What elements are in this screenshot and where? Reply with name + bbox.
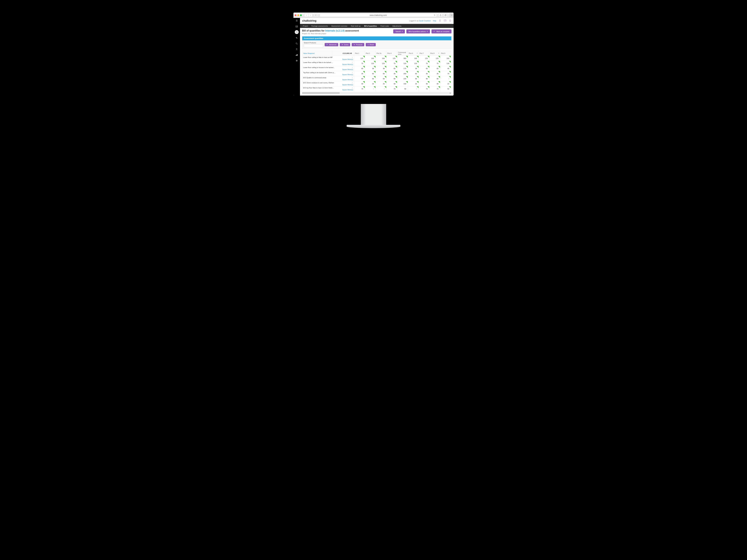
qty-cell[interactable]: 75 <box>419 86 429 91</box>
qty-cell[interactable]: 90 <box>354 76 365 81</box>
qty-cell[interactable]: 0 <box>451 86 452 91</box>
maximize-window-icon[interactable] <box>300 14 302 16</box>
assessment-link[interactable]: Internals (v.2.1.0) <box>325 29 345 32</box>
tab-rate-build-up[interactable]: Rate build up <box>349 24 362 28</box>
qty-cell[interactable]: 38 <box>376 66 386 71</box>
info-icon[interactable]: i <box>352 82 353 84</box>
url-bar[interactable]: www.chalkstring.com/ ↻ <box>320 14 437 17</box>
back-button[interactable]: ‹ <box>304 14 308 17</box>
qty-cell[interactable]: 40 <box>386 81 397 86</box>
takeoff-button[interactable]: Takeoff▼ <box>393 29 405 33</box>
qty-cell[interactable]: 56 <box>376 76 386 81</box>
forward-button[interactable]: › <box>308 14 313 17</box>
search-input[interactable] <box>304 44 323 48</box>
qty-cell[interactable]: 25 <box>365 81 376 86</box>
info-icon[interactable]: i <box>352 56 353 58</box>
qty-cell[interactable]: 0 <box>376 86 386 91</box>
qty-cell[interactable]: 90 <box>386 76 397 81</box>
col-plot-7[interactable]: Plot 7 <box>419 51 429 56</box>
qty-cell[interactable]: 0 <box>440 76 451 81</box>
col-plot-8[interactable]: Plot 8▾ <box>429 51 440 56</box>
user-icon[interactable] <box>295 48 299 51</box>
info-icon[interactable]: i <box>352 77 353 79</box>
info-icon[interactable]: i <box>352 87 353 89</box>
qty-cell[interactable]: 25 <box>451 81 452 86</box>
gear-icon[interactable]: ⚙ <box>295 59 299 62</box>
reload-icon[interactable]: ↻ <box>434 14 436 16</box>
col-plot-9[interactable]: Plot 9 <box>440 51 451 56</box>
menu-icon[interactable]: ☰ <box>295 19 299 22</box>
info-icon[interactable]: i <box>352 66 353 69</box>
close-window-icon[interactable] <box>294 14 297 16</box>
tab-assessment-overview[interactable]: Assessment overview <box>330 24 349 28</box>
horizontal-scrollbar[interactable]: ◀ ▶ <box>302 92 452 94</box>
tab-bill-of-quantities[interactable]: Bill of quantities <box>362 24 379 28</box>
qty-cell[interactable]: 150 <box>451 56 452 61</box>
qty-cell[interactable]: 56 <box>408 76 419 81</box>
tab-adjustments[interactable]: Adjustments <box>390 24 403 28</box>
qty-cell[interactable]: 125 <box>354 56 365 61</box>
col-plot-1[interactable]: Plot 1 <box>354 51 365 56</box>
qty-cell[interactable]: 65 <box>419 66 429 71</box>
qty-cell[interactable]: 65 <box>354 66 365 71</box>
col-communal-area[interactable]: Communal area <box>397 51 408 56</box>
qty-cell[interactable]: 90 <box>419 76 429 81</box>
qty-cell[interactable]: 50 <box>397 86 408 91</box>
qty-cell[interactable]: 125 <box>419 56 429 61</box>
nav-back-project[interactable]: ‹ Project <box>300 25 310 27</box>
info-icon[interactable]: i <box>352 61 353 63</box>
qty-cell[interactable]: 35 <box>419 71 429 76</box>
qty-cell[interactable]: 190 <box>397 81 408 86</box>
qty-cell[interactable]: 150 <box>440 56 451 61</box>
qty-cell[interactable]: 150 <box>365 56 376 61</box>
boq-actions-button[interactable]: Bill of quantities actions▼ <box>406 29 430 33</box>
tabs-button[interactable] <box>443 14 447 17</box>
minimize-window-icon[interactable] <box>297 14 299 16</box>
qty-cell[interactable]: 200 <box>397 71 408 76</box>
qty-cell[interactable]: 40 <box>429 81 440 86</box>
info-icon[interactable]: i <box>352 72 353 74</box>
qty-cell[interactable]: 65 <box>386 66 397 71</box>
col-plot-10[interactable]: Plot 10 <box>451 51 452 56</box>
qty-cell[interactable]: 125 <box>429 56 440 61</box>
qty-cell[interactable]: 130 <box>440 61 451 66</box>
qty-cell[interactable]: 56 <box>451 76 452 81</box>
qty-cell[interactable]: 60 <box>408 71 419 76</box>
tab-package-assessments[interactable]: Package assessments <box>310 24 330 28</box>
qty-cell[interactable]: 45 <box>440 66 451 71</box>
bell-icon[interactable] <box>449 20 452 22</box>
mark-complete-button[interactable]: Mark as complete <box>432 29 452 33</box>
qty-cell[interactable]: 38 <box>451 66 452 71</box>
qty-cell[interactable]: 90 <box>429 76 440 81</box>
qty-cell[interactable]: 60 <box>451 71 452 76</box>
scrollbar-thumb[interactable] <box>302 92 340 94</box>
qty-cell[interactable]: 70 <box>440 71 451 76</box>
qty-cell[interactable]: 75 <box>419 61 429 66</box>
qty-cell[interactable]: 0 <box>408 86 419 91</box>
qty-cell[interactable]: 175 <box>397 66 408 71</box>
qty-cell[interactable]: 225 <box>397 76 408 81</box>
help-link[interactable]: Help <box>433 20 436 22</box>
col-plot-3c[interactable]: Plot 3c <box>376 51 386 56</box>
share-button[interactable] <box>438 14 442 17</box>
chart-icon[interactable] <box>295 53 299 57</box>
tab-fixed-costs[interactable]: Fixed costs <box>379 24 391 28</box>
qty-cell[interactable]: 75 <box>354 61 365 66</box>
qty-cell[interactable]: 120 <box>376 61 386 66</box>
advanced-button[interactable]: 🔍Advanced <box>325 43 338 46</box>
user-link[interactable]: Sarah Crawford <box>419 20 431 22</box>
qty-cell[interactable]: 60 <box>376 71 386 76</box>
products-filter-button[interactable]: ▼Products <box>352 43 364 46</box>
qty-cell[interactable]: 120 <box>365 61 376 66</box>
qty-cell[interactable]: 60 <box>365 71 376 76</box>
qty-cell[interactable]: 120 <box>408 61 419 66</box>
qty-cell[interactable]: 120 <box>451 61 452 66</box>
laptop-icon[interactable] <box>295 25 299 28</box>
col-plot-4[interactable]: Plot 4 <box>386 51 397 56</box>
inbox-icon[interactable] <box>444 20 446 22</box>
qty-cell[interactable]: 75 <box>429 61 440 66</box>
person-icon[interactable] <box>439 20 441 22</box>
qty-cell[interactable]: 0 <box>365 86 376 91</box>
qty-cell[interactable]: 38 <box>408 66 419 71</box>
new-tab-button[interactable]: + <box>450 13 454 17</box>
